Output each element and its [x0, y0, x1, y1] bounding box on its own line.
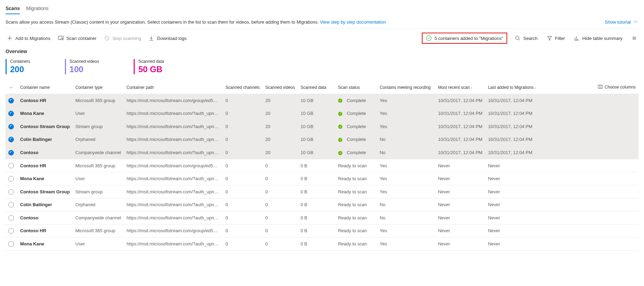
- svg-point-3: [426, 36, 431, 41]
- cell-meeting: Yes: [377, 159, 435, 172]
- cell-meeting: Yes: [377, 185, 435, 198]
- cell-status: Ready to scan: [335, 198, 377, 211]
- download-logs-button[interactable]: Download logs: [147, 34, 188, 42]
- row-checkbox[interactable]: [8, 215, 14, 221]
- row-checkbox[interactable]: [8, 137, 14, 142]
- stats: Containers 200 Scanned videos 100 Scanne…: [6, 59, 638, 81]
- cell-videos: 0: [262, 211, 298, 225]
- cell-videos: 0: [262, 159, 298, 172]
- cell-added: 10/31/2017, 12:04 PM: [485, 133, 539, 146]
- table-row[interactable]: Mona Kane User https://msit.microsoftstr…: [6, 172, 638, 185]
- cell-data: 0 B: [298, 172, 335, 185]
- row-checkbox[interactable]: [8, 111, 14, 116]
- cell-status: Complete: [335, 107, 377, 120]
- col-name[interactable]: Container name: [17, 81, 73, 94]
- table-row[interactable]: Contoso Stream Group Stream group https:…: [6, 120, 638, 133]
- table-row[interactable]: Contoso Companywide channel https://msit…: [6, 146, 638, 159]
- stat-videos: Scanned videos 100: [65, 59, 99, 74]
- cell-recent: 10/31/2017, 12:04 PM: [435, 120, 485, 133]
- cell-name: Contoso Stream Group: [17, 185, 73, 198]
- col-select[interactable]: [6, 81, 17, 94]
- hide-summary-button[interactable]: Hide table summary: [572, 34, 624, 42]
- success-message: 5 containers added to "Migrations": [422, 33, 507, 44]
- row-checkbox[interactable]: [8, 176, 14, 182]
- cell-data: 0 B: [298, 185, 335, 198]
- cell-meeting: Yes: [377, 107, 435, 120]
- chevron-down-icon: [8, 85, 14, 90]
- cell-channels: 0: [223, 185, 263, 198]
- row-checkbox[interactable]: [8, 98, 14, 103]
- table-row[interactable]: Contoso Companywide channel https://msit…: [6, 211, 638, 225]
- stat-data-value: 50 GB: [138, 65, 164, 74]
- overview-title: Overview: [6, 48, 638, 59]
- sort-arrow-icon: ↓: [470, 86, 472, 90]
- stop-scanning-button: Stop scanning: [103, 34, 142, 42]
- cell-recent: Never: [435, 198, 485, 211]
- cell-name: Mona Kane: [17, 107, 73, 120]
- col-type[interactable]: Container type: [73, 81, 124, 94]
- table-row[interactable]: Colin Ballinger Orphaned https://msit.mi…: [6, 198, 638, 211]
- stat-containers: Containers 200: [6, 59, 30, 74]
- search-button[interactable]: Search: [513, 34, 539, 42]
- cell-type: Stream group: [73, 185, 124, 198]
- cell-status: Complete: [335, 94, 377, 107]
- row-checkbox[interactable]: [8, 228, 14, 234]
- cell-channels: 0: [223, 120, 263, 133]
- tab-migrations[interactable]: Migrations: [26, 4, 49, 14]
- cell-added: Never: [485, 198, 539, 211]
- col-channels[interactable]: Scanned channels: [223, 81, 263, 94]
- col-recent[interactable]: Most recent scan↓: [435, 81, 485, 94]
- table-row[interactable]: Contoso HR Microsoft 365 group https://m…: [6, 224, 638, 237]
- cell-added: Never: [485, 172, 539, 185]
- cell-data: 10 GB: [298, 120, 335, 133]
- stat-videos-label: Scanned videos: [69, 59, 99, 64]
- table-row[interactable]: Contoso HR Microsoft 365 group https://m…: [6, 159, 638, 172]
- col-videos[interactable]: Scanned videos: [262, 81, 298, 94]
- add-to-migrations-button[interactable]: Add to Migrations: [6, 34, 52, 42]
- cell-name: Colin Ballinger: [17, 198, 73, 211]
- table-row[interactable]: Mona Kane User https://msit.microsoftstr…: [6, 237, 638, 251]
- cell-path: https://msit.microsoftstream.com/?auth_u…: [124, 211, 223, 225]
- table-row[interactable]: Colin Ballinger Orphaned https://msit.mi…: [6, 133, 638, 146]
- col-added[interactable]: Last added to Migrations↓: [485, 81, 539, 94]
- cell-meeting: Yes: [377, 172, 435, 185]
- cell-channels: 0: [223, 94, 263, 107]
- cell-meeting: No: [377, 198, 435, 211]
- cell-meeting: Yes: [377, 237, 435, 251]
- table-row[interactable]: Mona Kane User https://msit.microsoftstr…: [6, 107, 638, 120]
- description-text: Scans allow you access Stream (Classic) …: [6, 19, 386, 25]
- cell-type: Microsoft 365 group: [73, 94, 124, 107]
- filter-button[interactable]: Filter: [545, 34, 567, 42]
- success-text: 5 containers added to "Migrations": [434, 36, 503, 41]
- row-checkbox[interactable]: [8, 150, 14, 155]
- row-checkbox[interactable]: [8, 124, 14, 129]
- show-tutorial-button[interactable]: Show tutorial: [605, 19, 638, 25]
- col-status[interactable]: Scan status: [335, 81, 377, 94]
- tab-scans[interactable]: Scans: [6, 4, 20, 14]
- table-row[interactable]: Contoso HR Microsoft 365 group https://m…: [6, 94, 638, 107]
- cell-added: Never: [485, 185, 539, 198]
- more-button[interactable]: [630, 34, 638, 42]
- scan-container-button[interactable]: Scan container: [57, 34, 98, 42]
- cell-recent: 10/31/2017, 12:04 PM: [435, 107, 485, 120]
- row-checkbox[interactable]: [8, 189, 14, 195]
- table-row[interactable]: Contoso Stream Group Stream group https:…: [6, 185, 638, 198]
- col-path[interactable]: Container path: [124, 81, 223, 94]
- show-tutorial-label: Show tutorial: [605, 19, 631, 25]
- cell-type: Microsoft 365 group: [73, 224, 124, 237]
- cell-channels: 0: [223, 107, 263, 120]
- choose-columns-button[interactable]: Choose columns: [539, 81, 638, 94]
- col-data[interactable]: Scanned data: [298, 81, 335, 94]
- cell-status: Ready to scan: [335, 211, 377, 225]
- cell-data: 0 B: [298, 198, 335, 211]
- row-checkbox[interactable]: [8, 202, 14, 208]
- cell-type: Companywide channel: [73, 211, 124, 225]
- col-meeting[interactable]: Contains meeting recording: [377, 81, 435, 94]
- row-checkbox[interactable]: [8, 163, 14, 168]
- hide-label: Hide table summary: [582, 36, 622, 41]
- doc-link[interactable]: View step by step documentation: [320, 19, 386, 25]
- cell-data: 10 GB: [298, 94, 335, 107]
- row-checkbox[interactable]: [8, 241, 14, 247]
- chart-icon: [574, 35, 579, 41]
- cell-added: Never: [485, 211, 539, 225]
